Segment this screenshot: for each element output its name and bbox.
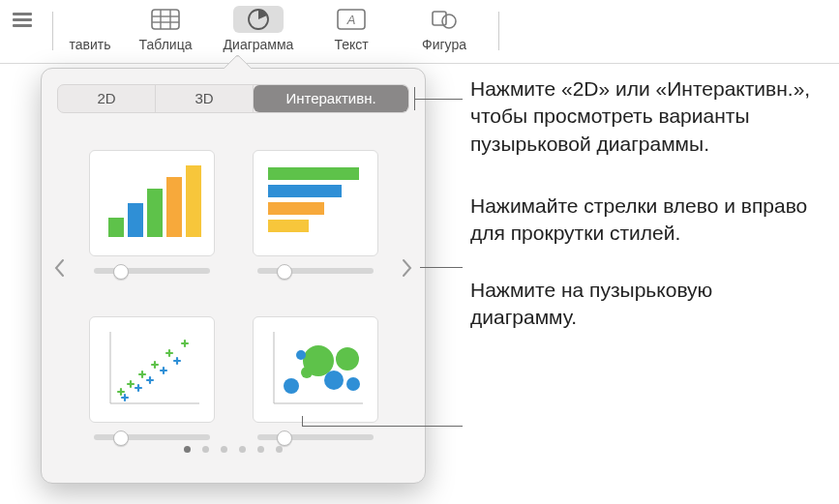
- view-menu[interactable]: [0, 6, 45, 37]
- svg-rect-11: [433, 12, 446, 25]
- text-icon: A: [334, 6, 369, 33]
- svg-rect-17: [186, 165, 201, 237]
- toolbar-divider: [52, 12, 53, 50]
- page-dot[interactable]: [202, 446, 209, 453]
- toolbar-divider-2: [498, 12, 499, 50]
- svg-rect-18: [268, 167, 359, 180]
- shape-button[interactable]: Фигура: [398, 6, 491, 52]
- svg-point-50: [303, 345, 334, 376]
- chart-style-scatter[interactable]: [84, 297, 219, 440]
- bar-chart-slider[interactable]: [257, 268, 374, 274]
- next-style-arrow[interactable]: [396, 249, 419, 287]
- svg-rect-3: [152, 10, 179, 29]
- page-dot[interactable]: [221, 446, 227, 453]
- chart-type-segments: 2D 3D Интерактивн.: [57, 84, 409, 113]
- svg-rect-14: [128, 203, 143, 237]
- insert-icon: [73, 6, 107, 33]
- bubble-chart-preview: [253, 316, 378, 423]
- svg-rect-21: [268, 220, 309, 232]
- pie-icon: [233, 6, 284, 33]
- lead-line: [302, 426, 463, 427]
- insert-label: тавить: [69, 37, 110, 52]
- chart-style-bubble[interactable]: [248, 297, 382, 440]
- svg-point-51: [324, 371, 344, 390]
- page-dot[interactable]: [239, 446, 246, 453]
- prev-style-arrow[interactable]: [47, 249, 71, 287]
- svg-point-52: [336, 347, 359, 371]
- text-label: Текст: [334, 37, 368, 52]
- chart-button[interactable]: Диаграмма: [212, 6, 305, 52]
- page-dot[interactable]: [184, 446, 191, 453]
- chart-style-column[interactable]: [84, 131, 219, 274]
- svg-rect-15: [147, 189, 163, 237]
- callouts: Нажмите «2D» или «Интерактивн.», чтобы п…: [445, 75, 823, 358]
- scatter-chart-preview: [89, 316, 215, 423]
- callout-bubble: Нажмите на пузырьковую диаграмму.: [470, 277, 823, 332]
- svg-text:A: A: [346, 13, 356, 27]
- bubble-chart-slider[interactable]: [257, 434, 374, 440]
- bar-chart-preview: [253, 150, 378, 256]
- svg-point-54: [296, 350, 306, 360]
- chart-style-bar[interactable]: [248, 131, 382, 274]
- insert-button[interactable]: тавить: [61, 6, 119, 52]
- segment-3d[interactable]: 3D: [156, 85, 254, 112]
- svg-rect-19: [268, 185, 342, 197]
- svg-rect-16: [166, 177, 182, 237]
- lead-line: [302, 416, 303, 426]
- page-dot[interactable]: [276, 446, 283, 453]
- table-label: Таблица: [139, 37, 193, 52]
- column-chart-slider[interactable]: [94, 268, 210, 274]
- table-button[interactable]: Таблица: [119, 6, 212, 52]
- scatter-chart-slider[interactable]: [94, 434, 210, 440]
- svg-point-48: [284, 378, 299, 394]
- segment-2d[interactable]: 2D: [58, 85, 156, 112]
- shape-label: Фигура: [422, 37, 466, 52]
- table-icon: [148, 6, 183, 33]
- segment-interactive[interactable]: Интерактивн.: [254, 85, 408, 112]
- view-icon: [5, 6, 40, 33]
- svg-rect-2: [13, 24, 32, 27]
- callout-arrows: Нажимайте стрелки влево и вправо для про…: [470, 193, 823, 248]
- chart-style-grid: [42, 121, 425, 440]
- text-button[interactable]: A Текст: [305, 6, 398, 52]
- column-chart-preview: [89, 150, 215, 256]
- svg-point-53: [346, 377, 360, 391]
- toolbar: тавить Таблица Диаграмма A Текст Фигура: [0, 0, 839, 64]
- chart-popover: 2D 3D Интерактивн.: [41, 68, 426, 484]
- page-dot[interactable]: [257, 446, 264, 453]
- svg-rect-0: [13, 13, 32, 15]
- lead-line: [414, 87, 415, 110]
- svg-point-12: [442, 15, 456, 28]
- callout-2d-interactive: Нажмите «2D» или «Интерактивн.», чтобы п…: [470, 75, 823, 158]
- chart-label: Диаграмма: [224, 37, 294, 52]
- shape-icon: [427, 6, 462, 33]
- page-indicator: [42, 446, 425, 453]
- svg-rect-13: [108, 218, 124, 237]
- svg-rect-1: [13, 18, 32, 21]
- svg-rect-20: [268, 202, 324, 215]
